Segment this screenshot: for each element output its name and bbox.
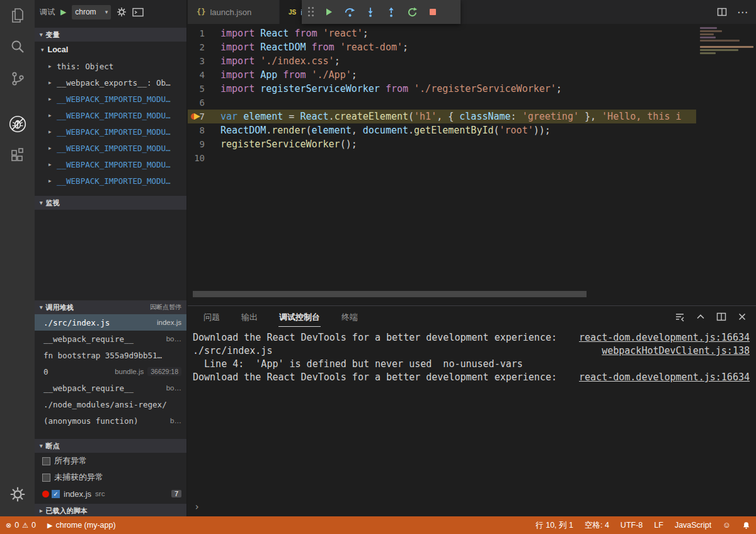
clear-console-icon[interactable]	[675, 312, 685, 322]
watch-header-label: 监视	[46, 198, 60, 208]
debug-session-status[interactable]: ▶ chrome (my-app)	[42, 516, 122, 534]
eol-type[interactable]: LF	[648, 516, 669, 534]
debug-console-toggle-icon[interactable]	[132, 8, 144, 17]
stop-icon[interactable]	[427, 6, 439, 18]
variable-item[interactable]: ▸__WEBPACK_IMPORTED_MODU…	[35, 91, 186, 107]
step-into-icon[interactable]	[364, 6, 377, 18]
variables-header-label: 变量	[46, 30, 60, 40]
stack-frame[interactable]: __webpack_require__bo…	[35, 380, 186, 396]
code-line[interactable]: 3import './index.css';	[188, 54, 756, 68]
debug-console-output: Download the React DevTools for a better…	[188, 327, 756, 384]
source-link[interactable]: react-dom.development.js:16634	[566, 331, 750, 344]
panel-tabs: 问题 输出 调试控制台 终端	[188, 306, 756, 327]
paused-reason-label: 因断点暂停	[150, 303, 181, 312]
breakpoints-section-header[interactable]: ▾ 断点	[35, 439, 186, 453]
source-control-icon[interactable]	[0, 63, 35, 94]
chevron-expanded-icon: ▾	[41, 47, 44, 53]
watch-empty-area	[35, 210, 186, 300]
breakpoint-item[interactable]: 所有异常	[35, 453, 186, 469]
variable-item[interactable]: ▸__WEBPACK_IMPORTED_MODU…	[35, 173, 186, 189]
configure-gear-icon[interactable]	[117, 7, 127, 17]
tab-debug-console[interactable]: 调试控制台	[278, 307, 321, 327]
breakpoint-item[interactable]: ✓index.jssrc7	[35, 486, 186, 502]
activity-bar	[0, 0, 35, 516]
source-link[interactable]: react-dom.development.js:16634	[566, 371, 750, 384]
step-out-icon[interactable]	[385, 6, 398, 18]
chevron-expanded-icon: ▾	[40, 31, 43, 38]
variable-item[interactable]: ▸this: Object	[35, 58, 186, 74]
code-line[interactable]: 4import App from './App';	[188, 68, 756, 82]
maximize-panel-icon[interactable]	[696, 312, 706, 322]
checkbox[interactable]	[42, 474, 50, 482]
debug-icon[interactable]	[0, 108, 35, 140]
extensions-icon[interactable]	[0, 140, 35, 171]
minimap[interactable]	[696, 24, 756, 305]
console-input-prompt[interactable]: ›	[194, 501, 200, 513]
code-lines: 1import React from 'react';2import React…	[188, 24, 756, 305]
close-panel-icon[interactable]	[737, 312, 747, 322]
settings-gear-icon[interactable]	[0, 479, 35, 510]
tab-problems[interactable]: 问题	[203, 307, 220, 326]
code-line[interactable]: 8ReactDOM.render(element, document.getEl…	[188, 123, 756, 137]
error-count: 0	[14, 521, 19, 530]
code-line[interactable]: 5import registerServiceWorker from './re…	[188, 82, 756, 96]
play-icon: ▶	[47, 521, 52, 530]
search-icon[interactable]	[0, 31, 35, 63]
variable-item[interactable]: ▸__WEBPACK_IMPORTED_MODU…	[35, 156, 186, 173]
checkbox[interactable]: ✓	[52, 490, 60, 498]
tab-terminal[interactable]: 终端	[341, 307, 358, 326]
scope-local[interactable]: ▾ Local	[35, 42, 186, 58]
code-line[interactable]: 10	[188, 151, 756, 165]
tab-launch-json[interactable]: {} launch.json	[188, 0, 280, 24]
debug-config-dropdown[interactable]: chrom ▾	[72, 5, 111, 20]
status-bar: ⊗ 0 ⚠ 0 ▶ chrome (my-app) 行 10, 列 1 空格: …	[0, 516, 756, 534]
cursor-position[interactable]: 行 10, 列 1	[530, 516, 579, 534]
stack-frame[interactable]: fn bootstrap 355a9d9bb51…	[35, 347, 186, 363]
problems-status[interactable]: ⊗ 0 ⚠ 0	[0, 516, 42, 534]
variable-item[interactable]: ▸__webpack_exports__: Ob…	[35, 74, 186, 91]
split-editor-icon[interactable]	[717, 7, 727, 17]
feedback-smiley-icon[interactable]: ☺	[717, 516, 736, 534]
stack-frame[interactable]: __webpack_require__bo…	[35, 331, 186, 347]
callstack-section-header[interactable]: ▾ 调用堆栈 因断点暂停	[35, 300, 186, 314]
stack-frame[interactable]: ./src/index.jsindex.js	[35, 314, 186, 331]
breakpoint-item[interactable]: 未捕获的异常	[35, 469, 186, 486]
start-debug-icon[interactable]: ▶	[60, 8, 66, 16]
variable-item[interactable]: ▸__WEBPACK_IMPORTED_MODU…	[35, 123, 186, 140]
explorer-icon[interactable]	[0, 0, 35, 31]
code-line[interactable]: 7var element = React.createElement('h1',…	[188, 110, 756, 123]
variable-item[interactable]: ▸__WEBPACK_IMPORTED_MODU…	[35, 140, 186, 156]
editor-tab-bar: {} launch.json JS index.js ⋯	[188, 0, 756, 24]
watch-section-header[interactable]: ▾ 监视	[35, 196, 186, 210]
tab-output[interactable]: 输出	[241, 307, 258, 326]
step-over-icon[interactable]	[343, 6, 356, 18]
notifications-bell-icon[interactable]	[736, 516, 756, 534]
code-line[interactable]: 9registerServiceWorker();	[188, 137, 756, 151]
variables-section-header[interactable]: ▾ 变量	[35, 28, 186, 42]
more-actions-icon[interactable]: ⋯	[737, 6, 748, 19]
chevron-right-icon: ▸	[49, 161, 57, 168]
source-link[interactable]: webpackHotDevClient.js:138	[589, 344, 750, 358]
drag-handle-icon[interactable]	[308, 7, 314, 17]
restart-icon[interactable]	[406, 6, 418, 18]
stack-frame[interactable]: ./node_modules/ansi-regex/	[35, 396, 186, 412]
stack-frame[interactable]: 0bundle.js36629:18	[35, 363, 186, 380]
continue-icon[interactable]	[323, 6, 335, 18]
language-mode[interactable]: JavaScript	[669, 516, 717, 534]
checkbox[interactable]	[42, 457, 50, 465]
console-message: Line 4: 'App' is defined but never used …	[193, 358, 750, 371]
breakpoints-list: 所有异常未捕获的异常✓index.jssrc7	[35, 453, 186, 502]
encoding[interactable]: UTF-8	[615, 516, 648, 534]
stack-frame[interactable]: (anonymous function)b…	[35, 412, 186, 429]
code-line[interactable]: 2import ReactDOM from 'react-dom';	[188, 40, 756, 54]
code-line[interactable]: 6	[188, 96, 756, 110]
code-editor[interactable]: 1import React from 'react';2import React…	[188, 24, 756, 305]
code-line[interactable]: 1import React from 'react';	[188, 26, 756, 40]
execution-pointer-icon	[191, 113, 202, 120]
indentation[interactable]: 空格: 4	[579, 516, 615, 534]
split-panel-icon[interactable]	[716, 312, 726, 322]
horizontal-scrollbar[interactable]	[193, 291, 587, 297]
variable-item[interactable]: ▸__WEBPACK_IMPORTED_MODU…	[35, 107, 186, 123]
loaded-scripts-section-header[interactable]: ▸ 已载入的脚本	[35, 504, 186, 516]
chevron-expanded-icon: ▾	[40, 304, 43, 310]
